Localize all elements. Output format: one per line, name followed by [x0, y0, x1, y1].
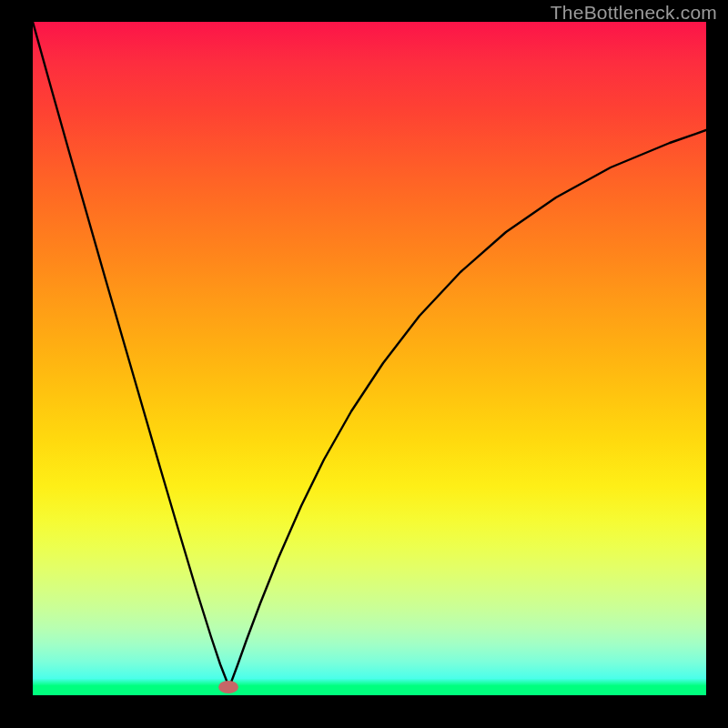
curve-left-branch [33, 22, 229, 687]
plot-area [33, 22, 706, 695]
watermark-text: TheBottleneck.com [551, 2, 717, 24]
minimum-marker [218, 681, 238, 693]
curve-svg [33, 22, 706, 695]
outer-frame: TheBottleneck.com [0, 0, 728, 728]
curve-right-branch [229, 130, 706, 687]
